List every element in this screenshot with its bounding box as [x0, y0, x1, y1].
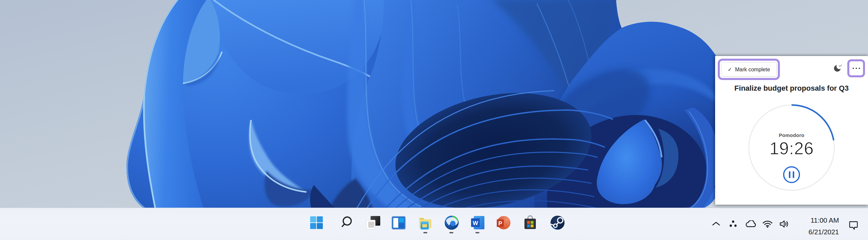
svg-text:z: z: [839, 64, 841, 67]
svg-text:z: z: [841, 64, 842, 66]
svg-text:W: W: [473, 220, 478, 226]
svg-text:P: P: [498, 220, 502, 227]
